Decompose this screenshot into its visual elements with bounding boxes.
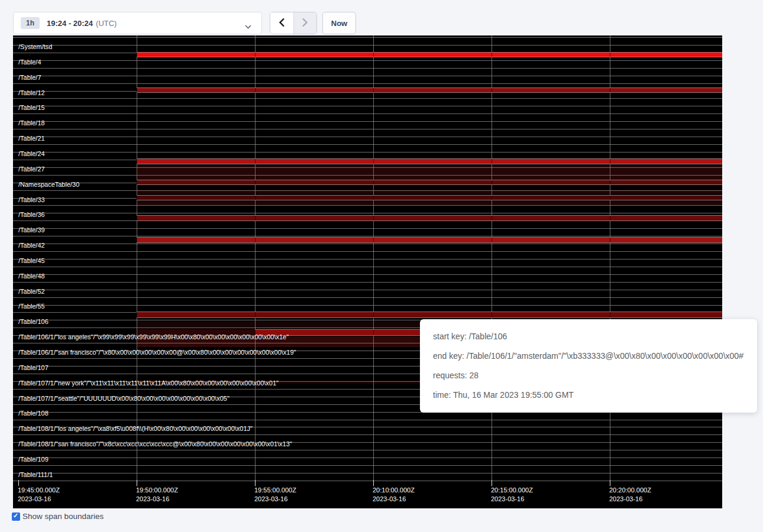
axis-tick-label: 19:50:00.000Z2023-03-16 <box>136 486 178 504</box>
tooltip-start-key: start key: /Table/106 <box>433 327 744 346</box>
row-label: /Table/7 <box>18 73 41 82</box>
span-boundary-line <box>13 473 722 473</box>
span-boundary-line <box>13 37 722 38</box>
key-visualizer-canvas[interactable]: /System/tsd/Table/4/Table/7/Table/12/Tab… <box>13 35 722 508</box>
heat-bar <box>137 237 722 243</box>
span-boundary-line <box>13 481 722 481</box>
axis-tick-mark <box>373 480 374 486</box>
chevron-left-icon <box>278 17 286 30</box>
span-boundary-line <box>13 297 722 298</box>
range-label: 19:24 - 20:24 <box>47 19 93 28</box>
axis-tick-mark <box>492 480 492 486</box>
range-timezone: (UTC) <box>96 19 117 28</box>
footer-controls: Show span boundaries <box>12 512 104 521</box>
row-label: /Table/45 <box>18 257 45 265</box>
span-boundary-line <box>13 45 722 46</box>
chevron-right-icon <box>301 17 309 30</box>
range-duration-badge: 1h <box>21 17 40 29</box>
row-label: /Table/36 <box>18 210 45 219</box>
row-label: /System/tsd <box>18 43 52 51</box>
axis-tick-mark <box>610 480 610 486</box>
heat-bar <box>137 165 722 180</box>
key-visualizer-page: 1h 19:24 - 20:24 (UTC) Now /System/tsd/T… <box>0 0 763 532</box>
row-label: /Table/107 <box>18 364 49 372</box>
axis-tick-mark <box>255 480 256 486</box>
show-span-boundaries-checkbox[interactable] <box>12 512 20 521</box>
row-label: /Table/106/1/"los angeles"/"\x99\x99\x99… <box>18 333 289 341</box>
row-label: /Table/108 <box>18 409 49 417</box>
heat-bar <box>137 312 722 318</box>
axis-tick-label: 20:10:00.000Z2023-03-16 <box>373 486 415 504</box>
heat-bar <box>137 195 722 200</box>
span-boundary-line <box>13 152 722 153</box>
row-label: /Table/48 <box>18 272 45 280</box>
row-label: /Table/12 <box>18 89 45 97</box>
next-interval-button[interactable] <box>293 12 316 34</box>
span-boundary-line <box>13 267 722 267</box>
row-label: /Table/106 <box>18 317 49 326</box>
row-label: /Table/107/1/"new york"/"\x11\x11\x11\x1… <box>18 379 279 387</box>
time-gridline <box>492 35 492 486</box>
span-boundary-line <box>13 228 722 229</box>
span-boundary-line <box>13 60 722 61</box>
row-label: /Table/111/1 <box>18 471 53 479</box>
span-boundary-line <box>13 76 722 76</box>
row-label: /Table/52 <box>18 287 45 296</box>
row-label: /Table/108/1/"san francisco"/"\x8c\xcc\x… <box>18 440 292 448</box>
row-label: /NamespaceTable/30 <box>18 180 79 189</box>
row-label: /Table/109 <box>18 455 49 463</box>
row-label: /Table/18 <box>18 119 45 127</box>
span-boundary-line <box>13 213 722 213</box>
row-label: /Table/107/1/"seattle"/"UUUUUUD\x00\x80\… <box>18 394 229 403</box>
range-tooltip: start key: /Table/106 end key: /Table/10… <box>420 319 757 413</box>
row-label: /Table/27 <box>18 165 45 173</box>
heat-bar <box>137 180 722 185</box>
span-boundary-line <box>13 434 722 435</box>
span-boundary-line <box>13 144 722 145</box>
span-boundary-line <box>13 450 722 450</box>
span-boundary-line <box>13 113 722 114</box>
span-boundary-line <box>13 244 722 244</box>
span-boundary-line <box>13 290 722 290</box>
span-boundary-line <box>13 83 722 84</box>
row-label: /Table/108/1/"los angeles"/"\xa8\xf5\u00… <box>18 424 253 433</box>
span-boundary-line <box>13 251 722 252</box>
span-boundary-line <box>13 137 722 137</box>
span-boundary-line <box>13 420 722 420</box>
span-boundary-line <box>13 68 722 69</box>
chevron-down-icon <box>244 21 252 32</box>
row-label: /Table/33 <box>18 196 45 204</box>
row-label: /Table/106/1/"san francisco"/"\x80\x00\x… <box>18 348 296 356</box>
time-gridline <box>137 35 137 486</box>
heat-bar <box>137 158 722 164</box>
now-button[interactable]: Now <box>322 12 356 34</box>
row-label: /Table/4 <box>18 58 41 66</box>
span-boundary-line <box>13 106 722 106</box>
axis-tick-mark <box>137 480 137 486</box>
tooltip-end-key: end key: /Table/106/1/"amsterdam"/"\xb33… <box>433 346 744 366</box>
time-nav-group <box>270 12 317 34</box>
heat-bar <box>137 87 722 93</box>
axis-tick-label: 19:55:00.000Z2023-03-16 <box>254 486 296 504</box>
row-label: /Table/21 <box>18 134 45 142</box>
span-boundary-line <box>13 121 722 122</box>
heat-bar <box>137 200 722 206</box>
time-gridline <box>255 35 256 486</box>
tooltip-requests: requests: 28 <box>433 366 744 385</box>
heat-bar <box>137 52 722 57</box>
row-label: /Table/39 <box>18 226 45 234</box>
row-label: /Table/15 <box>18 103 45 112</box>
span-boundary-line <box>13 98 722 99</box>
time-gridline <box>373 35 374 486</box>
prev-interval-button[interactable] <box>270 12 293 34</box>
row-label: /Table/55 <box>18 302 45 310</box>
show-span-boundaries-label: Show span boundaries <box>22 512 104 521</box>
span-boundary-line <box>13 458 722 458</box>
span-boundary-line <box>13 282 722 283</box>
axis-tick-mark <box>18 480 19 486</box>
time-gridline <box>610 35 610 486</box>
heat-bar <box>137 190 722 194</box>
span-boundary-line <box>13 259 722 259</box>
tooltip-time: time: Thu, 16 Mar 2023 19:55:00 GMT <box>433 385 744 405</box>
time-range-select[interactable]: 1h 19:24 - 20:24 (UTC) <box>13 12 262 34</box>
